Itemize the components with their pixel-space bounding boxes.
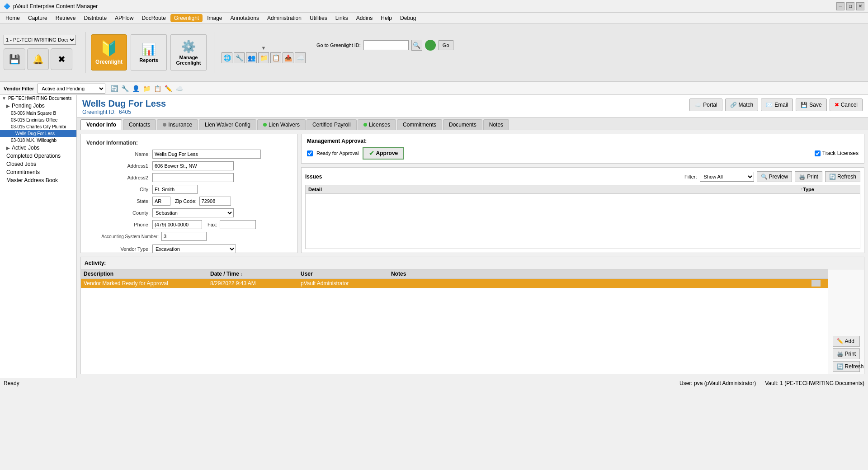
portal-button[interactable]: ☁️ Portal [689,99,722,111]
track-licenses-checkbox[interactable] [815,150,821,156]
filter-icon-6[interactable]: ✏️ [163,84,173,94]
table-row[interactable]: Vendor Marked Ready for Approval 8/29/20… [81,279,828,288]
phone-input[interactable] [152,220,202,229]
menu-item-help[interactable]: Help [377,14,396,22]
sidebar-item-pending-jobs[interactable]: ▶ Pending Jobs [0,102,76,110]
menu-item-retrieve[interactable]: Retrieve [52,14,80,22]
document-dropdown[interactable]: 1 - PE-TECHWRITING Documer [4,35,76,45]
menu-item-distribute[interactable]: Distribute [80,14,110,22]
accounting-input[interactable] [161,232,207,241]
toolbar-icon-4[interactable]: 📁 [258,52,269,63]
menu-item-capture[interactable]: Capture [24,14,51,22]
tab-licenses[interactable]: Licenses [358,119,396,130]
tab-contacts[interactable]: Contacts [123,119,156,130]
menu-item-debug[interactable]: Debug [396,14,420,22]
vendor-info-title: Vendor Information: [86,140,292,146]
sidebar-item-03018[interactable]: 03-018 M.K. Willoughb [0,137,76,144]
tab-insurance[interactable]: Insurance [157,119,198,130]
menu-item-annotations[interactable]: Annotations [227,14,263,22]
sidebar-item-charles-city[interactable]: 03-015 Charles City Plumbi [0,123,76,130]
goto-green-dot[interactable] [425,40,436,51]
sidebar-item-closed[interactable]: Closed Jobs [0,160,76,168]
ready-for-approval-checkbox[interactable] [307,150,313,156]
vendor-type-select[interactable]: Excavation [152,244,236,253]
activity-refresh-button[interactable]: 🔄 Refresh [833,361,860,372]
sidebar-item-active-jobs[interactable]: ▶ Active Jobs [0,144,76,152]
address2-input[interactable] [152,173,234,182]
fax-input[interactable] [220,220,256,229]
zip-input[interactable] [199,197,231,206]
menu-item-administration[interactable]: Administration [264,14,305,22]
tab-documents[interactable]: Documents [443,119,482,130]
address1-label: Address1: [86,163,150,169]
sidebar-item-03015[interactable]: 03-015 Encinitas Office [0,117,76,123]
name-input[interactable] [152,150,261,159]
county-select[interactable]: Sebastian [152,208,234,217]
tab-vendor-info[interactable]: Vendor Info [80,119,122,130]
sidebar-item-root[interactable]: ▼ PE-TECHWRITING Documents [0,95,76,102]
manage-greenlight-button[interactable]: ⚙️ Manage Greenlight [170,34,207,70]
issues-preview-button[interactable]: 🔍 Preview [757,171,793,182]
name-row: Name: [86,150,292,159]
issues-filter-select[interactable]: Show All [700,172,754,182]
tab-lien-waivers[interactable]: Lien Waivers [257,119,306,130]
sidebar-item-commitments[interactable]: Commitments [0,168,76,176]
vendor-filter-select[interactable]: Active and Pending [38,84,105,94]
activity-print-button[interactable]: 🖨️ Print [833,348,860,359]
manage-greenlight-icon: ⚙️ [181,40,196,54]
issues-print-button[interactable]: 🖨️ Print [795,171,822,182]
menu-item-apflow[interactable]: APFlow [111,14,137,22]
city-input[interactable] [152,185,198,194]
filter-icon-5[interactable]: 📋 [152,84,162,94]
menu-item-image[interactable]: Image [203,14,226,22]
activity-with-actions: Description Date / Time ↕ User Notes Ven… [81,269,864,374]
close-button[interactable]: ✕ [856,2,864,10]
email-button[interactable]: ✉️ Email [761,99,793,111]
toolbar-icon-1[interactable]: 🌐 [222,52,232,63]
save-toolbar-button[interactable]: 💾 [4,48,25,70]
activity-actions-panel: ✏️ Add 🖨️ Print 🔄 Refresh [828,269,864,374]
sidebar-item-completed[interactable]: Completed Operations [0,152,76,160]
tab-lien-waiver-config[interactable]: Lien Waiver Config [199,119,256,130]
menu-item-docroute[interactable]: DocRoute [138,14,169,22]
tab-certified-payroll[interactable]: Certified Payroll [307,119,357,130]
approve-button[interactable]: ✔ Approve [363,147,405,160]
cancel-toolbar-button[interactable]: ✖ [51,48,72,70]
filter-icon-3[interactable]: 👤 [131,84,141,94]
filter-icon-7[interactable]: ☁️ [174,84,184,94]
toolbar-icon-7[interactable]: ☁️ [295,52,306,63]
minimize-button[interactable]: ─ [836,2,844,10]
sidebar-item-master-address[interactable]: Master Address Book [0,176,76,184]
issues-refresh-button[interactable]: 🔄 Refresh [825,171,860,182]
sidebar-item-03006[interactable]: 03-006 Main Square B [0,110,76,117]
goto-input[interactable] [363,40,409,50]
go-button[interactable]: Go [439,40,453,50]
activity-add-button[interactable]: ✏️ Add [833,336,860,347]
menu-item-utilities[interactable]: Utilities [306,14,331,22]
reports-toolbar-button[interactable]: 📊 Reports [131,34,167,70]
filter-icon-2[interactable]: 🔧 [120,84,130,94]
filter-icon-1[interactable]: 🔄 [109,84,119,94]
greenlight-toolbar-button[interactable]: 🔰 Greenlight [91,34,127,70]
cancel-button[interactable]: ✖ Cancel [830,99,863,111]
toolbar-icon-5[interactable]: 📋 [270,52,281,63]
tab-commitments[interactable]: Commitments [397,119,442,130]
bell-toolbar-button[interactable]: 🔔 [27,48,49,70]
sidebar-item-wells-dug[interactable]: Wells Dug For Less [0,130,76,137]
filter-icon-4[interactable]: 📁 [142,84,151,94]
save-button[interactable]: 💾 Save [796,99,826,111]
menu-item-links[interactable]: Links [332,14,352,22]
toolbar-icon-2[interactable]: 🔧 [234,52,245,63]
toolbar-icon-6[interactable]: 📤 [283,52,293,63]
state-input[interactable] [152,197,170,206]
goto-search-icon[interactable]: 🔍 [411,40,422,51]
restore-button[interactable]: □ [846,2,854,10]
menu-item-greenlight[interactable]: Greenlight [170,14,203,22]
match-button[interactable]: 🔗 Match [725,99,759,111]
menu-item-home[interactable]: Home [2,14,24,22]
menu-item-addins[interactable]: Addins [353,14,377,22]
tab-notes[interactable]: Notes [483,119,509,130]
address1-input[interactable] [152,161,234,170]
toolbar-icon-3[interactable]: 👥 [246,52,257,63]
city-label: City: [86,187,150,192]
